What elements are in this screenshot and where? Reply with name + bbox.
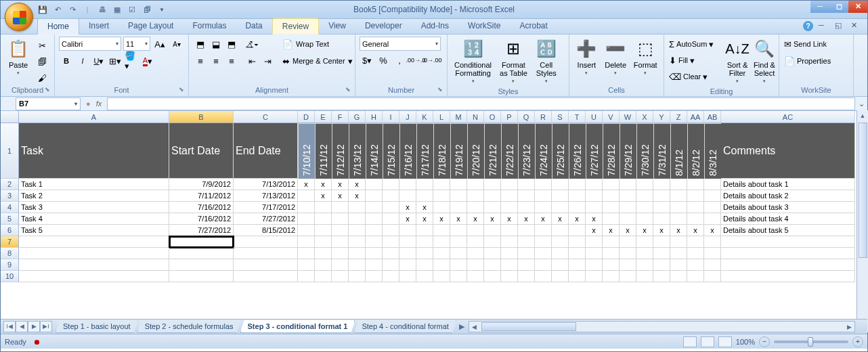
row-header-9[interactable]: 9 [1, 259, 19, 271]
header-date-24[interactable]: 8/3/12 [704, 123, 721, 179]
cell-empty-8-19[interactable] [569, 248, 586, 259]
cell-empty-7-13[interactable] [467, 236, 484, 248]
align-bottom-icon[interactable]: ⬒ [224, 37, 239, 51]
cell-comment-3[interactable]: Details about task 4 [721, 213, 855, 225]
sheet-tab-2[interactable]: Step 3 - conditional format 1 [240, 320, 355, 333]
cell-mark-0-23[interactable] [687, 179, 704, 190]
cell-mark-0-7[interactable] [416, 179, 433, 190]
cell-empty-7-6[interactable] [349, 236, 366, 248]
cell-mark-0-11[interactable] [484, 179, 501, 190]
cell-mark-1-22[interactable] [670, 190, 687, 202]
col-header-K[interactable]: K [416, 111, 433, 123]
cell-empty-9-7[interactable] [366, 259, 383, 271]
cell-comment-1[interactable]: Details about task 2 [721, 190, 855, 202]
cell-mark-2-23[interactable] [687, 202, 704, 213]
cell-empty-9-17[interactable] [535, 259, 552, 271]
header-date-6[interactable]: 7/16/12 [399, 123, 416, 179]
col-header-J[interactable]: J [399, 111, 416, 123]
align-top-icon[interactable]: ⬒ [193, 37, 208, 51]
header-date-15[interactable]: 7/25/12 [552, 123, 569, 179]
autosum-button[interactable]: ΣAutoSum▾ [668, 37, 722, 51]
cell-empty-10-15[interactable] [501, 271, 518, 282]
cell-mark-0-14[interactable] [535, 179, 552, 190]
tab-data[interactable]: Data [236, 18, 272, 34]
cell-empty-9-11[interactable] [433, 259, 450, 271]
cell-empty-8-27[interactable] [704, 248, 721, 259]
header-date-18[interactable]: 7/28/12 [603, 123, 620, 179]
find-select-button[interactable]: 🔍Find & Select▾ [752, 37, 777, 87]
cell-empty-9-4[interactable] [315, 259, 332, 271]
cell-mark-1-24[interactable] [704, 190, 721, 202]
cell-empty-9-14[interactable] [484, 259, 501, 271]
vertical-scrollbar[interactable]: ▲ ▼ [856, 110, 868, 332]
qat-icon[interactable]: ☑ [127, 4, 137, 15]
cell-empty-7-18[interactable] [552, 236, 569, 248]
sort-filter-button[interactable]: A↓ZSort & Filter▾ [725, 37, 750, 87]
cell-empty-8-8[interactable] [383, 248, 399, 259]
cell-empty-10-25[interactable] [670, 271, 687, 282]
cell-empty-7-23[interactable] [636, 236, 653, 248]
cell-empty-10-9[interactable] [399, 271, 416, 282]
cell-mark-4-3[interactable] [349, 225, 366, 236]
header-date-10[interactable]: 7/20/12 [467, 123, 484, 179]
expand-formula-bar-icon[interactable]: ⌄ [856, 100, 866, 108]
maximize-button[interactable]: ◻ [829, 1, 848, 13]
tab-developer[interactable]: Developer [355, 18, 412, 34]
comma-icon[interactable]: , [392, 53, 407, 68]
hscroll-thumb[interactable] [481, 322, 576, 331]
cell-empty-10-20[interactable] [586, 271, 603, 282]
cell-mark-1-23[interactable] [687, 190, 704, 202]
cell-empty-7-3[interactable] [298, 236, 315, 248]
cell-empty-7-8[interactable] [383, 236, 399, 248]
cell-empty-9-20[interactable] [586, 259, 603, 271]
row-header-2[interactable]: 2 [1, 179, 19, 190]
first-sheet-icon[interactable]: I◀ [3, 321, 16, 332]
header-date-17[interactable]: 7/27/12 [586, 123, 603, 179]
decrease-decimal-icon[interactable]: .0→.00 [425, 53, 439, 68]
italic-icon[interactable]: I [75, 53, 90, 68]
cell-mark-1-21[interactable] [653, 190, 670, 202]
cell-mark-2-11[interactable] [484, 202, 501, 213]
cell-empty-8-7[interactable] [366, 248, 383, 259]
cell-mark-2-0[interactable] [298, 202, 315, 213]
cell-mark-1-1[interactable]: x [315, 190, 332, 202]
cell-empty-10-21[interactable] [603, 271, 620, 282]
col-header-G[interactable]: G [349, 111, 366, 123]
cell-empty-8-17[interactable] [535, 248, 552, 259]
cell-mark-2-3[interactable] [349, 202, 366, 213]
cell-empty-9-19[interactable] [569, 259, 586, 271]
cell-mark-4-21[interactable]: x [653, 225, 670, 236]
close-button[interactable]: ✕ [848, 1, 867, 13]
cell-empty-7-11[interactable] [433, 236, 450, 248]
cell-empty-7-26[interactable] [687, 236, 704, 248]
cell-mark-4-24[interactable]: x [704, 225, 721, 236]
format-as-table-button[interactable]: ⊞Format as Table▾ [497, 37, 530, 87]
cell-empty-10-28[interactable] [721, 271, 855, 282]
header-date-9[interactable]: 7/19/12 [450, 123, 467, 179]
cell-mark-4-16[interactable] [569, 225, 586, 236]
cell-mark-0-12[interactable] [501, 179, 518, 190]
cell-mark-4-10[interactable] [467, 225, 484, 236]
cell-start-4[interactable]: 7/27/2012 [169, 225, 234, 236]
row-header-6[interactable]: 6 [1, 225, 19, 236]
sheet-tab-1[interactable]: Step 2 - schedule formulas [137, 320, 241, 333]
header-date-23[interactable]: 8/2/12 [687, 123, 704, 179]
cell-empty-8-0[interactable] [19, 248, 169, 259]
cell-start-0[interactable]: 7/9/2012 [169, 179, 234, 190]
cell-mark-0-13[interactable] [518, 179, 535, 190]
cell-mark-2-15[interactable] [552, 202, 569, 213]
header-date-1[interactable]: 7/11/12 [315, 123, 332, 179]
underline-icon[interactable]: U▾ [91, 53, 106, 68]
fx-icon[interactable]: fx [96, 100, 102, 108]
col-header-S[interactable]: S [552, 111, 569, 123]
font-size-combo[interactable]: 11▾ [123, 37, 150, 51]
row-header-5[interactable]: 5 [1, 213, 19, 225]
cell-mark-2-2[interactable] [332, 202, 349, 213]
cell-empty-8-14[interactable] [484, 248, 501, 259]
cell-task-3[interactable]: Task 4 [19, 213, 169, 225]
cell-empty-8-16[interactable] [518, 248, 535, 259]
cell-mark-4-13[interactable] [518, 225, 535, 236]
cell-empty-9-27[interactable] [704, 259, 721, 271]
fill-color-icon[interactable]: 🪣▾ [124, 53, 139, 68]
col-header-O[interactable]: O [484, 111, 501, 123]
